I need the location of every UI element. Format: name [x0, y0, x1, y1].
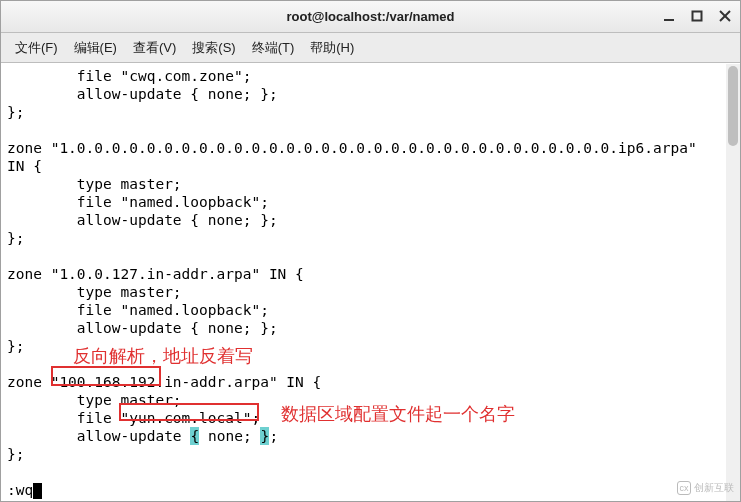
- code-line: file "cwq.com.zone";: [7, 67, 251, 85]
- close-button[interactable]: [714, 6, 736, 26]
- window-title: root@localhost:/var/named: [287, 9, 455, 24]
- vim-command-line: :wq: [7, 481, 42, 499]
- menu-file[interactable]: 文件(F): [7, 35, 66, 61]
- menu-help[interactable]: 帮助(H): [302, 35, 362, 61]
- code-line: allow-update { none; };: [7, 427, 278, 445]
- code-line: type master;: [7, 175, 182, 193]
- code-line: zone "1.0.0.0.0.0.0.0.0.0.0.0.0.0.0.0.0.…: [7, 139, 697, 157]
- highlight-box-ip: [51, 366, 161, 386]
- watermark-logo: cx: [677, 481, 691, 495]
- minimize-button[interactable]: [658, 6, 680, 26]
- menu-bar: 文件(F) 编辑(E) 查看(V) 搜索(S) 终端(T) 帮助(H): [1, 33, 740, 63]
- scrollbar-thumb[interactable]: [728, 66, 738, 146]
- vertical-scrollbar[interactable]: [726, 64, 740, 501]
- menu-edit[interactable]: 编辑(E): [66, 35, 125, 61]
- code-line: allow-update { none; };: [7, 211, 278, 229]
- code-line: file "named.loopback";: [7, 193, 269, 211]
- code-line: zone "1.0.0.127.in-addr.arpa" IN {: [7, 265, 304, 283]
- maximize-button[interactable]: [686, 6, 708, 26]
- code-line: IN {: [7, 157, 42, 175]
- code-line: file "named.loopback";: [7, 301, 269, 319]
- code-line: allow-update { none; };: [7, 85, 278, 103]
- watermark-text: 创新互联: [694, 481, 734, 495]
- code-line: allow-update { none; };: [7, 319, 278, 337]
- menu-terminal[interactable]: 终端(T): [244, 35, 303, 61]
- annotation-reverse-lookup: 反向解析，地址反着写: [73, 347, 253, 365]
- code-line: type master;: [7, 283, 182, 301]
- terminal-area[interactable]: file "cwq.com.zone"; allow-update { none…: [1, 63, 740, 501]
- code-line: };: [7, 337, 24, 355]
- menu-search[interactable]: 搜索(S): [184, 35, 243, 61]
- title-bar: root@localhost:/var/named: [1, 1, 740, 33]
- text-cursor: [33, 483, 42, 499]
- highlight-box-file: [119, 403, 259, 421]
- svg-rect-1: [693, 12, 702, 21]
- brace-highlight: {: [190, 427, 199, 445]
- code-line: };: [7, 103, 24, 121]
- menu-view[interactable]: 查看(V): [125, 35, 184, 61]
- code-line: };: [7, 445, 24, 463]
- code-line: };: [7, 229, 24, 247]
- watermark: cx 创新互联: [677, 481, 734, 495]
- annotation-zone-file: 数据区域配置文件起一个名字: [281, 405, 515, 423]
